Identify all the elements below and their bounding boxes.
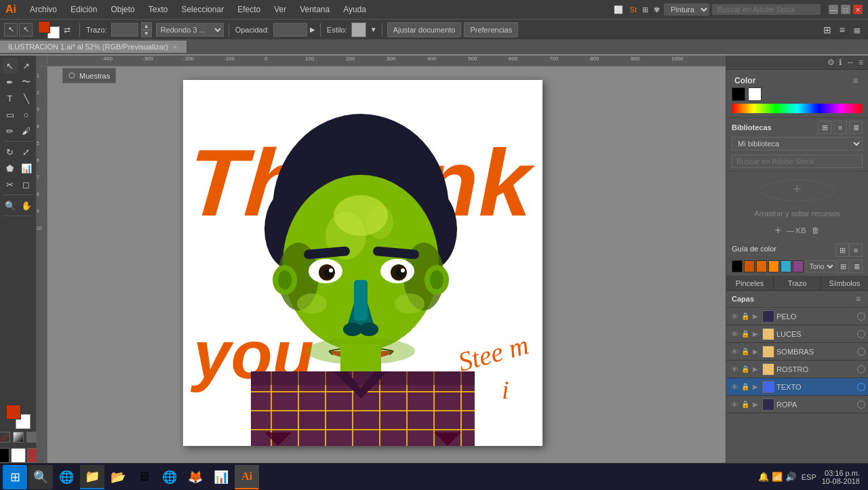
taskbar-folder[interactable]: 📂 <box>106 465 130 489</box>
tab-trazo[interactable]: Trazo <box>774 277 821 290</box>
menu-ver[interactable]: Ver <box>269 3 292 16</box>
opacity-arrow[interactable]: ▶ <box>310 26 315 33</box>
round-select[interactable]: Redondo 3 ... <box>156 23 224 37</box>
stroke-value[interactable] <box>111 23 138 37</box>
estilo-color-box[interactable] <box>351 22 366 37</box>
close-button[interactable]: ✕ <box>853 5 863 14</box>
start-button[interactable]: ⊞ <box>3 465 27 489</box>
stock-search[interactable] <box>712 4 821 15</box>
bib-search-input[interactable] <box>732 155 863 168</box>
taskbar-powerpoint[interactable]: 📊 <box>209 465 233 489</box>
brush-tool[interactable]: 🖌 <box>19 123 34 138</box>
rostro-eye-icon[interactable]: 👁 <box>729 365 740 373</box>
taskbar-explorer[interactable]: 📁 <box>80 465 104 489</box>
minimize-button[interactable]: — <box>829 5 838 14</box>
ellipse-tool[interactable]: ○ <box>19 107 34 122</box>
scale-tool[interactable]: ⤢ <box>19 144 34 159</box>
direct-select-tool[interactable]: ↗ <box>19 58 34 73</box>
palette-icon1[interactable]: ⊞ <box>837 260 850 273</box>
taskbar-firefox[interactable]: 🦊 <box>183 465 208 489</box>
maximize-button[interactable]: □ <box>841 5 850 14</box>
palette-orange1[interactable] <box>744 260 755 272</box>
color-arrows[interactable]: ⇄ <box>64 25 71 35</box>
muestras-panel[interactable]: ⬡ Muestras <box>62 68 116 83</box>
bib-library-select[interactable]: Mi biblioteca <box>732 137 863 150</box>
menu-icon[interactable]: ≣ <box>853 24 861 35</box>
layer-ropa[interactable]: 👁 🔒 ▶ ROPA <box>726 396 868 413</box>
panel-menu-icon[interactable]: ≡ <box>856 57 865 68</box>
taskbar-globe[interactable]: 🌐 <box>157 465 182 489</box>
tab-close-icon[interactable]: ✕ <box>172 43 178 51</box>
menu-seleccionar[interactable]: Seleccionar <box>176 3 229 16</box>
palette-teal[interactable] <box>781 260 791 272</box>
mode-select[interactable]: Pintura Básico <box>664 3 709 16</box>
column-chart-tool[interactable]: 📊 <box>19 161 34 176</box>
color-gradient-bar[interactable] <box>732 104 863 113</box>
pencil-tool[interactable]: ✏ <box>3 123 18 138</box>
palette-icon2[interactable]: ≣ <box>850 260 863 273</box>
slice-tool[interactable]: ✂ <box>3 177 18 192</box>
curvature-tool[interactable]: 〜 <box>19 75 34 89</box>
tab-simbolos[interactable]: Símbolos <box>821 277 868 290</box>
layer-sombras[interactable]: 👁 🔒 ▶ SOMBRAS <box>726 343 868 361</box>
menu-efecto[interactable]: Efecto <box>232 3 266 16</box>
bib-menu-icon[interactable]: ≣ <box>849 121 863 134</box>
palette-black[interactable] <box>732 260 743 272</box>
panel-settings-icon[interactable]: ⚙ <box>825 57 837 68</box>
menu-edicion[interactable]: Edición <box>65 3 102 16</box>
ropa-eye-icon[interactable]: 👁 <box>729 401 740 409</box>
eraser-tool[interactable]: ◻ <box>19 177 34 192</box>
none-swatch[interactable] <box>0 432 10 443</box>
palette-purple[interactable] <box>793 260 804 272</box>
white-chip[interactable] <box>748 87 762 101</box>
black-chip[interactable] <box>732 87 745 101</box>
black-swatch[interactable] <box>0 448 9 463</box>
palette-orange3[interactable] <box>768 260 779 272</box>
taskbar-illustrator[interactable]: Ai <box>235 465 259 489</box>
taskbar-cortana[interactable]: 🌐 <box>54 465 79 489</box>
luces-eye-icon[interactable]: 👁 <box>729 330 740 338</box>
pen-tool[interactable]: ✒ <box>3 75 18 89</box>
menu-ventana[interactable]: Ventana <box>294 3 335 16</box>
guia-icon2[interactable]: ≡ <box>849 243 863 257</box>
layer-rostro[interactable]: 👁 🔒 ▶ ROSTRO <box>726 361 868 378</box>
type-tool[interactable]: T <box>3 91 18 106</box>
pattern-swatch[interactable] <box>26 432 37 443</box>
gradient-swatch[interactable] <box>13 432 24 443</box>
palette-select[interactable]: Tono <box>806 260 836 272</box>
palette-orange2[interactable] <box>756 260 767 272</box>
menu-ayuda[interactable]: Ayuda <box>338 3 372 16</box>
capas-menu-icon[interactable]: ≡ <box>854 293 863 304</box>
estilo-arrow[interactable]: ▼ <box>370 26 377 33</box>
document-tab[interactable]: ILUSTRACION 1.ai* al 52% (RGB/Previsuali… <box>0 41 186 53</box>
sombras-arrow-icon[interactable]: ▶ <box>751 348 760 355</box>
pelo-arrow-icon[interactable]: ▶ <box>751 312 760 320</box>
tab-pinceles[interactable]: Pinceles <box>726 277 774 290</box>
zoom-tool[interactable]: 🔍 <box>3 198 18 213</box>
layer-texto[interactable]: 👁 🔒 ▶ TEXTO <box>726 378 868 396</box>
fill-color-box[interactable] <box>38 21 60 39</box>
arrange-icon[interactable]: ⊞ <box>823 24 831 35</box>
sombras-eye-icon[interactable]: 👁 <box>729 348 740 356</box>
layer-luces[interactable]: 👁 🔒 ▶ LUCES <box>726 325 868 343</box>
menu-archivo[interactable]: Archivo <box>24 3 62 16</box>
bib-list-icon[interactable]: ≡ <box>833 121 847 134</box>
taskbar-search[interactable]: 🔍 <box>28 465 53 489</box>
texto-eye-icon[interactable]: 👁 <box>729 383 740 391</box>
rostro-arrow-icon[interactable]: ▶ <box>751 365 760 373</box>
menu-texto[interactable]: Texto <box>143 3 174 16</box>
color-menu-icon[interactable]: ≡ <box>851 75 860 86</box>
panel-expand-icon[interactable]: ↔ <box>844 57 856 68</box>
ropa-arrow-icon[interactable]: ▶ <box>751 401 760 408</box>
pelo-eye-icon[interactable]: 👁 <box>729 312 740 321</box>
delete-resource-button[interactable]: 🗑 <box>812 226 820 235</box>
hand-tool[interactable]: ✋ <box>19 198 34 213</box>
taskbar-monitor[interactable]: 🖥 <box>132 465 156 489</box>
guia-icon1[interactable]: ⊞ <box>835 243 849 257</box>
add-resource-button[interactable]: + <box>774 224 781 237</box>
bib-grid-icon[interactable]: ⊞ <box>818 121 831 134</box>
rect-tool[interactable]: ▭ <box>3 107 18 122</box>
canvas-content[interactable]: ⬡ Muestras Th nk you Stee m i <box>47 66 726 474</box>
white-swatch[interactable] <box>11 448 26 463</box>
luces-arrow-icon[interactable]: ▶ <box>751 330 760 338</box>
